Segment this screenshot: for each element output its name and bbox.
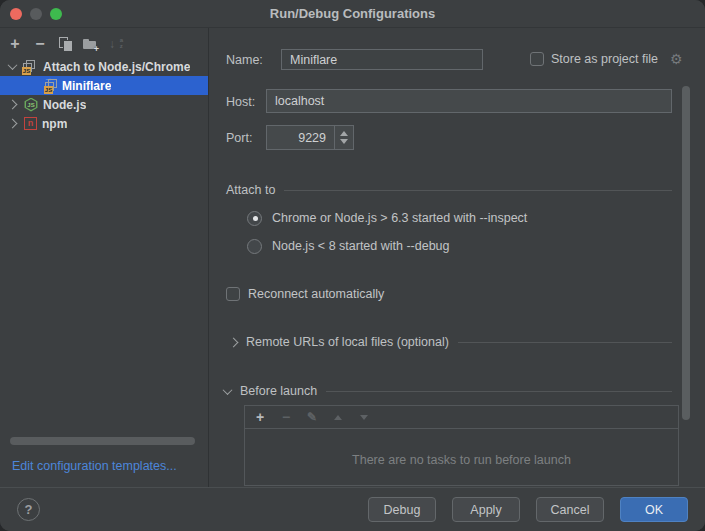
apply-button[interactable]: Apply xyxy=(452,497,520,522)
host-input[interactable] xyxy=(266,89,672,113)
help-button[interactable]: ? xyxy=(17,498,40,521)
edit-icon[interactable]: ✎ xyxy=(306,410,318,425)
chevron-right-icon[interactable] xyxy=(8,119,18,129)
move-down-icon[interactable] xyxy=(358,410,370,425)
port-spinner[interactable] xyxy=(334,126,353,149)
name-label: Name: xyxy=(226,53,263,67)
remote-urls-title: Remote URLs of local files (optional) xyxy=(246,335,449,349)
attach-to-title: Attach to xyxy=(226,183,275,197)
add-icon[interactable]: + xyxy=(254,410,266,425)
name-input[interactable] xyxy=(281,49,483,70)
add-icon[interactable]: + xyxy=(8,37,22,52)
vertical-scrollbar[interactable] xyxy=(682,86,690,420)
footer-buttons: Debug Apply Cancel OK xyxy=(368,497,688,522)
chevron-right-icon[interactable] xyxy=(8,100,18,110)
ok-button[interactable]: OK xyxy=(620,497,688,522)
store-as-project-file-row: Store as project file ⚙ xyxy=(530,52,683,66)
spinner-down-icon[interactable] xyxy=(340,139,348,144)
port-input[interactable] xyxy=(267,126,334,149)
separator-line xyxy=(326,391,672,392)
before-launch-empty-text: There are no tasks to run before launch xyxy=(245,429,678,485)
attach-config-icon: JS xyxy=(22,59,38,75)
chevron-down-icon[interactable] xyxy=(8,60,18,70)
nodejs-icon: JS xyxy=(24,98,38,112)
radio-unselected[interactable] xyxy=(247,239,262,254)
before-launch-tasks-panel: + − ✎ There are no tasks to run before l… xyxy=(244,405,679,486)
sidebar-toolbar: + − + ↓ az xyxy=(0,31,208,57)
tree-item-nodejs[interactable]: JS Node.js xyxy=(0,95,208,114)
reconnect-automatically-checkbox[interactable] xyxy=(226,287,240,301)
before-launch-title: Before launch xyxy=(240,384,317,398)
chevron-right-icon[interactable] xyxy=(229,337,239,347)
tree-item-attach-group[interactable]: JS Attach to Node.js/Chrome xyxy=(0,57,208,76)
store-as-project-file-label: Store as project file xyxy=(551,52,658,66)
cancel-button[interactable]: Cancel xyxy=(536,497,604,522)
configurations-sidebar: + − + ↓ az JS Attach to Node.js/Chrome → xyxy=(0,28,209,487)
tree-item-miniflare[interactable]: → JS Miniflare xyxy=(0,76,208,95)
gear-icon[interactable]: ⚙ xyxy=(670,52,683,66)
copy-icon[interactable] xyxy=(58,37,72,51)
edit-configuration-templates-link[interactable]: Edit configuration templates... xyxy=(12,459,177,473)
sidebar-horizontal-scrollbar[interactable] xyxy=(10,437,195,445)
tree-item-label: Node.js xyxy=(43,98,86,112)
port-label: Port: xyxy=(226,131,252,145)
remote-urls-section-header[interactable]: Remote URLs of local files (optional) xyxy=(230,334,672,350)
remove-icon[interactable]: − xyxy=(280,410,292,425)
before-launch-section-header[interactable]: Before launch xyxy=(224,383,672,399)
tree-item-npm[interactable]: n npm xyxy=(0,114,208,133)
separator-line xyxy=(458,342,672,343)
before-launch-toolbar: + − ✎ xyxy=(245,406,678,429)
sort-alphabetically-icon[interactable]: ↓ az xyxy=(109,37,123,52)
reconnect-automatically-row[interactable]: Reconnect automatically xyxy=(226,287,384,301)
chevron-down-icon[interactable] xyxy=(223,385,233,395)
attach-to-section-header: Attach to xyxy=(226,182,672,198)
move-up-icon[interactable] xyxy=(332,410,344,425)
tree-item-label: npm xyxy=(42,117,67,131)
attach-config-icon: → JS xyxy=(44,78,60,94)
title-bar: Run/Debug Configurations xyxy=(0,0,705,28)
folder-plus-badge: + xyxy=(94,44,99,54)
dialog-footer: ? Debug Apply Cancel OK xyxy=(0,487,705,531)
window-title: Run/Debug Configurations xyxy=(0,0,705,28)
attach-option-inspect[interactable]: Chrome or Node.js > 6.3 started with --i… xyxy=(247,210,527,226)
configurations-tree: JS Attach to Node.js/Chrome → JS Minifla… xyxy=(0,57,208,133)
run-debug-configurations-dialog: Run/Debug Configurations + − + ↓ az JS A… xyxy=(0,0,705,531)
debug-button[interactable]: Debug xyxy=(368,497,436,522)
radio-selected[interactable] xyxy=(247,211,262,226)
store-as-project-file-checkbox[interactable] xyxy=(530,52,544,66)
attach-option-debug[interactable]: Node.js < 8 started with --debug xyxy=(247,238,450,254)
host-label: Host: xyxy=(226,95,255,109)
remove-icon[interactable]: − xyxy=(33,37,47,52)
port-stepper xyxy=(266,125,354,150)
separator-line xyxy=(284,190,672,191)
new-folder-icon[interactable]: + xyxy=(83,37,98,51)
configuration-form: Name: Store as project file ⚙ Host: Port… xyxy=(210,28,705,487)
npm-icon: n xyxy=(24,117,37,130)
tree-item-label: Miniflare xyxy=(62,79,111,93)
spinner-up-icon[interactable] xyxy=(340,131,348,136)
tree-item-label: Attach to Node.js/Chrome xyxy=(43,60,190,74)
